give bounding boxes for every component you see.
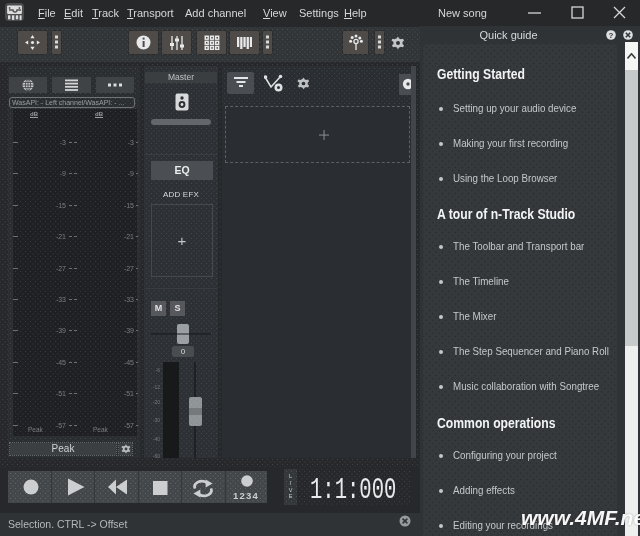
- svg-text:1:1:000: 1:1:000: [310, 474, 396, 504]
- svg-text:?: ?: [609, 31, 614, 40]
